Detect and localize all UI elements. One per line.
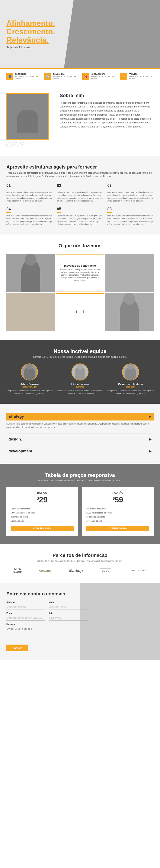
companhia-icon: 🏢 <box>44 73 51 80</box>
what-center-content: Inovação de construção É o produto do br… <box>56 254 104 292</box>
strategy-item-1: design. ▶ <box>6 433 154 445</box>
name-input[interactable] <box>49 604 88 610</box>
strategy-label-2: development. <box>8 449 33 454</box>
what-social-content: f t i <box>56 293 104 331</box>
agile-item-4: 05 Duis aute irure dolor in reprehenderi… <box>57 207 103 226</box>
pricing-feature-basico-0: 10 usuários completos <box>11 507 74 511</box>
agile-section: Aproveite estruturas ágeis para fornecer… <box>0 156 160 235</box>
what-section: O que nós fazemos Inovação de construção… <box>0 235 160 340</box>
instagram-icon[interactable]: i <box>20 142 25 147</box>
agile-title: Aproveite estruturas ágeis para fornecer <box>6 164 154 170</box>
date-input[interactable] <box>49 615 88 621</box>
pricing-subtitle: Sample text. Click to select the text bo… <box>6 479 154 482</box>
pricing-feature-padrao-3: 10 xícaras de café <box>86 519 149 523</box>
team-avatar-2 <box>122 364 139 380</box>
address-input[interactable] <box>6 604 46 610</box>
message-textarea[interactable] <box>6 626 87 639</box>
about-social-icons: f t i <box>6 142 53 147</box>
strategy-link-2[interactable]: development. ▶ <box>6 448 154 455</box>
strategy-arrow-1: ▶ <box>149 437 152 441</box>
missao-icon: 🎯 <box>82 73 89 80</box>
hero-content: Alinhamento. Crescimento. Relevância. Pr… <box>6 19 75 49</box>
icon-item-companhia[interactable]: 🏢 COMPANHIA Sample text. Click to select… <box>42 72 80 81</box>
icon-item-premios[interactable]: 🏆 PRÊMIOS Sample text. Click to select t… <box>118 72 156 81</box>
about-section: f t i Sobre mim Podcasting crescentement… <box>0 84 160 156</box>
team-role-1: Gerente <box>57 386 103 388</box>
what-item-person2 <box>105 293 154 331</box>
pricing-plan-padrao: PADRÃO <box>86 491 149 494</box>
team-member-1: Linda Larson Gerente Sample text. Click … <box>57 364 103 395</box>
contact-submit-button[interactable]: ENVIAR <box>6 645 28 651</box>
hero-credit: Projeto da Primavera <box>6 46 75 49</box>
facebook-icon[interactable]: f <box>6 142 11 147</box>
what-twitter-icon[interactable]: t <box>80 310 81 314</box>
name-label: Name <box>49 601 88 603</box>
icon-item-missao[interactable]: 🎯 NOSSA MISSÃO Sample text. Click to sel… <box>80 72 118 81</box>
partners-title: Parceiros de informação <box>6 553 154 558</box>
address-label: Address <box>6 601 46 603</box>
phone-input[interactable] <box>6 615 46 621</box>
pricing-content: Tabela de preços responsiva Sample text.… <box>6 472 154 536</box>
pricing-features-basico: 10 usuários completos 1.000 visualizaçõe… <box>11 507 74 523</box>
partners-section: Parceiros de informação Sample text. Cli… <box>0 544 160 583</box>
agile-item-3: 04 Duis aute irure dolor in reprehenderi… <box>6 207 53 226</box>
pricing-btn-basico[interactable]: COMPRE AGORA <box>11 526 74 531</box>
twitter-icon[interactable]: t <box>13 142 18 147</box>
strategy-link-0[interactable]: strategy ▶ <box>6 413 154 421</box>
partner-logo-2: Markup <box>69 568 83 573</box>
agile-grid: 01 Duis aute irure dolor in reprehenderi… <box>6 183 154 226</box>
form-group-phone: Phone <box>6 612 46 621</box>
what-instagram-icon[interactable]: i <box>83 310 84 314</box>
team-role-2: Designer <box>107 386 154 388</box>
icon-companhia-desc: Sample text. Click to select the text bo… <box>53 75 78 80</box>
pricing-features-padrao: 10 usuários completos 2.000 visualizaçõe… <box>86 507 149 523</box>
agile-text-1: Duis aute irure dolor in reprehenderit i… <box>57 191 103 203</box>
strategy-item-0: strategy ▶ Duis aute irure dolor in repr… <box>6 410 154 433</box>
agile-item-2: 03 Duis aute irure dolor in reprehenderi… <box>107 183 154 203</box>
pricing-feature-padrao-2: 10 convites ao cliente <box>86 515 149 519</box>
contact-section: Entre em contato conosco Address Name Ph… <box>0 583 160 660</box>
about-title: Sobre mim <box>60 93 154 98</box>
team-desc-0: Sample text. Click to select the text bo… <box>6 390 53 395</box>
what-item-person1 <box>6 254 55 292</box>
hero-background <box>64 0 160 68</box>
pricing-currency-basico: $ <box>37 496 39 500</box>
what-facebook-icon[interactable]: f <box>76 310 77 314</box>
contact-form: Address Name Phone Date <box>6 601 87 651</box>
team-subtitle: Sample text. Click to select the text bo… <box>6 355 154 358</box>
what-title: O que nós fazemos <box>6 243 154 249</box>
agile-text-4: Duis aute irure dolor in reprehenderit i… <box>57 215 103 226</box>
team-member-2: Casar com hudson Designer Sample text. C… <box>107 364 154 395</box>
what-item-center: Inovação de construção É o produto do br… <box>56 254 104 292</box>
about-image-col: f t i <box>6 93 53 147</box>
agile-item-5: 06 Duis aute irure dolor in reprehenderi… <box>107 207 154 226</box>
what-center-text: É o produto do branding de nossa empresa… <box>59 268 100 282</box>
pricing-feature-padrao-1: 2.000 visualizações de e-mail <box>86 511 149 515</box>
team-grid: Adam Jonson Desenvolvedor Sample text. C… <box>6 364 154 395</box>
what-item-wall <box>6 293 55 331</box>
pricing-price-padrao: $59 <box>86 495 149 504</box>
form-group-address: Address <box>6 601 46 610</box>
strategy-link-1[interactable]: design. ▶ <box>6 436 154 443</box>
form-row-message: Message <box>6 623 87 640</box>
team-name-0: Adam Jonson <box>6 382 53 386</box>
team-title: Nossa incrível equipe <box>6 348 154 354</box>
strategy-item-2: development. ▶ <box>6 445 154 457</box>
about-text: Podcasting crescentemente de mudança ope… <box>60 101 154 129</box>
partner-logo-1: ORGANIC <box>39 569 52 572</box>
pricing-btn-padrao[interactable]: COMPRE AGORA <box>86 526 149 531</box>
team-member-0: Adam Jonson Desenvolvedor Sample text. C… <box>6 364 53 395</box>
team-avatar-0 <box>21 364 38 380</box>
team-name-2: Casar com hudson <box>107 382 154 386</box>
agile-text-2: Duis aute irure dolor in reprehenderit i… <box>107 191 154 203</box>
icon-missao-title: NOSSA MISSÃO <box>91 73 116 75</box>
premios-icon: 🏆 <box>120 73 127 80</box>
strategy-text-0: Duis aute irure dolor in reprehenderit i… <box>6 421 154 431</box>
partners-logos: NEWWAVE ORGANIC Markup LOGO CARBONDALE <box>6 567 154 574</box>
sobre-icon: 👤 <box>6 73 13 80</box>
strategy-section: strategy ▶ Duis aute irure dolor in repr… <box>0 404 160 464</box>
pricing-currency-padrao: $ <box>112 496 114 500</box>
pricing-title: Tabela de preços responsiva <box>6 472 154 478</box>
agile-num-1: 02 <box>57 183 61 189</box>
icon-item-sobre[interactable]: 👤 SOBRE NÓS Sample text. Click to select… <box>4 72 42 81</box>
